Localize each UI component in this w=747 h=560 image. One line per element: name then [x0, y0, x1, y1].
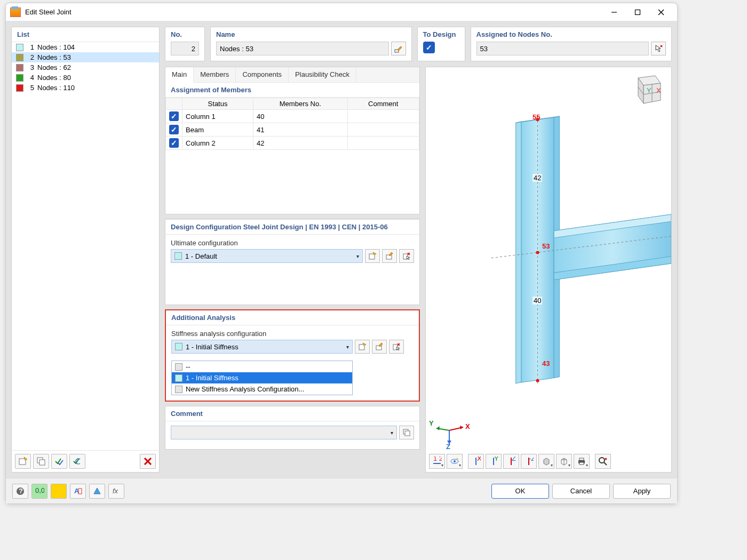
row-checkbox[interactable] — [169, 138, 179, 148]
reset-view-button[interactable] — [89, 484, 105, 499]
vp-zoom-extents-button[interactable] — [595, 454, 611, 469]
stiffness-pick-button[interactable] — [389, 340, 404, 354]
delete-item-button[interactable] — [140, 454, 156, 469]
svg-text:?: ? — [19, 487, 23, 495]
vp-visibility-button[interactable] — [447, 454, 463, 469]
dropdown-option[interactable]: New Stiffness Analysis Configuration... — [172, 383, 352, 395]
assigned-nodes-input[interactable]: 53 — [476, 42, 649, 55]
viewport-3d[interactable]: 55 42 53 40 43 Y X — [425, 67, 672, 473]
tab-plausibility-check[interactable]: Plausibility Check — [289, 67, 356, 82]
color-swatch — [16, 84, 23, 92]
svg-text:X: X — [477, 457, 481, 462]
row-checkbox[interactable] — [169, 111, 179, 121]
row-checkbox[interactable] — [169, 125, 179, 134]
list-item[interactable]: 3 Nodes : 62 — [12, 62, 159, 73]
close-window-button[interactable] — [649, 5, 673, 20]
color-swatch — [16, 54, 23, 61]
vp-axis-neg-z-button[interactable]: -Z — [521, 454, 537, 469]
tab-main[interactable]: Main — [165, 67, 194, 83]
no-input[interactable]: 2 — [171, 42, 199, 55]
to-design-panel: To Design — [417, 27, 465, 61]
chevron-down-icon: ▾ — [356, 253, 359, 259]
assignment-status-col: Status — [182, 98, 253, 110]
assignment-table: Status Members No. Comment Column 1 40 B… — [165, 98, 419, 150]
stiffness-edit-button[interactable] — [372, 340, 387, 354]
main-row: MainMembersComponentsPlausibility Check … — [165, 67, 672, 473]
vp-axis-y-button[interactable]: Y — [486, 454, 502, 469]
design-new-button[interactable] — [365, 249, 380, 263]
vp-axis-x-button[interactable]: X — [468, 454, 484, 469]
svg-rect-7 — [39, 460, 45, 465]
row-status: Beam — [182, 123, 253, 137]
svg-rect-1 — [635, 10, 640, 14]
row-status: Column 1 — [182, 110, 253, 123]
pick-nodes-button[interactable] — [651, 42, 666, 55]
maximize-button[interactable] — [626, 5, 649, 20]
vp-iso-view-button[interactable] — [538, 454, 554, 469]
table-row[interactable]: Column 1 40 — [166, 110, 419, 123]
comment-combo[interactable]: ▾ — [171, 426, 397, 439]
help-button[interactable]: ? — [12, 484, 28, 499]
table-row[interactable]: Column 2 42 — [166, 137, 419, 150]
chevron-down-icon: ▾ — [346, 344, 349, 350]
edit-name-button[interactable] — [391, 42, 406, 55]
table-row[interactable]: Beam 41 — [166, 123, 419, 137]
name-label: Name — [216, 30, 406, 38]
minimize-button[interactable] — [602, 5, 626, 20]
apply-button[interactable]: Apply — [613, 484, 671, 499]
stiffness-config-dropdown[interactable]: --1 - Initial SiffnessNew Stiffness Anal… — [171, 361, 353, 395]
duplicate-item-button[interactable] — [33, 454, 49, 469]
list-item-index: 5 — [27, 84, 34, 92]
text-settings-button[interactable]: A — [70, 484, 86, 499]
svg-marker-50 — [436, 426, 440, 430]
svg-text:0,00: 0,00 — [35, 486, 44, 494]
stiffness-config-label: Stiffness analysis configuration — [171, 330, 414, 338]
right-column: No. 2 Name Nodes : 53 To Design Assigned… — [165, 27, 672, 473]
svg-point-38 — [536, 379, 539, 382]
list-item[interactable]: 4 Nodes : 80 — [12, 73, 159, 83]
comment-expand-button[interactable] — [399, 426, 414, 439]
units-button[interactable]: 0,00 — [31, 484, 47, 499]
uncheck-all-button[interactable] — [69, 454, 85, 469]
option-label: -- — [186, 363, 190, 371]
assignment-comment-col: Comment — [347, 98, 419, 110]
ok-button[interactable]: OK — [491, 484, 549, 499]
stiffness-config-combo[interactable]: 1 - Initial Siffness ▾ — [171, 340, 353, 354]
design-pick-button[interactable] — [399, 249, 414, 263]
assignment-header: Assignment of Members — [165, 82, 419, 98]
ultimate-config-combo[interactable]: 1 - Default ▾ — [171, 249, 363, 263]
vp-render-mode-button[interactable] — [556, 454, 572, 469]
option-swatch — [175, 386, 182, 393]
color-button[interactable] — [51, 484, 67, 499]
list-item[interactable]: 1 Nodes : 104 — [12, 42, 159, 52]
list-item[interactable]: 2 Nodes : 53 — [12, 52, 159, 62]
vp-dimensions-button[interactable]: 1 2 3 — [429, 454, 445, 469]
assigned-nodes-label: Assigned to Nodes No. — [476, 30, 666, 38]
tab-members[interactable]: Members — [194, 67, 236, 82]
vp-print-button[interactable] — [574, 454, 590, 469]
list-body[interactable]: 1 Nodes : 104 2 Nodes : 53 3 Nodes : 62 … — [12, 42, 159, 450]
svg-point-56 — [454, 460, 456, 462]
stiffness-new-button[interactable] — [355, 340, 370, 354]
dropdown-option[interactable]: -- — [172, 361, 352, 372]
dropdown-option[interactable]: 1 - Initial Siffness — [172, 372, 352, 383]
cancel-button[interactable]: Cancel — [552, 484, 610, 499]
list-item[interactable]: 5 Nodes : 110 — [12, 83, 159, 93]
nav-cube[interactable]: Y X — [627, 74, 665, 108]
name-input[interactable]: Nodes : 53 — [216, 42, 389, 55]
design-edit-button[interactable] — [382, 249, 397, 263]
list-item-label: Nodes : 62 — [37, 63, 71, 71]
new-item-button[interactable] — [15, 454, 31, 469]
row-comment — [347, 110, 419, 123]
list-item-index: 2 — [27, 53, 34, 61]
list-panel: List 1 Nodes : 104 2 Nodes : 53 3 Nodes … — [11, 27, 160, 473]
ultimate-config-label: Ultimate configuration — [171, 239, 414, 247]
vp-axis-z-button[interactable]: Z — [503, 454, 519, 469]
additional-analysis-panel: Additional Analysis Stiffness analysis c… — [165, 309, 420, 402]
to-design-checkbox[interactable] — [423, 42, 435, 53]
check-all-button[interactable] — [51, 454, 67, 469]
joint-render — [426, 67, 671, 449]
formula-button[interactable]: fx — [108, 484, 124, 499]
svg-text:Z: Z — [512, 457, 516, 462]
tab-components[interactable]: Components — [236, 67, 289, 82]
